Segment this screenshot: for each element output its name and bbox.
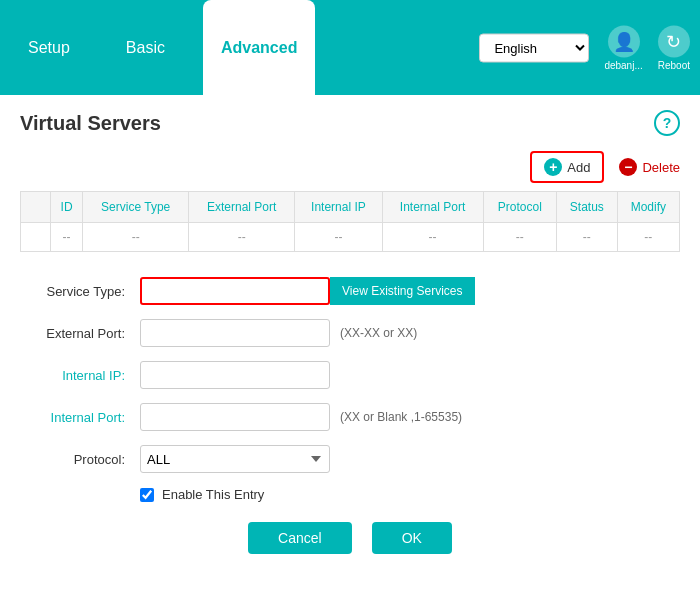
help-icon[interactable]: ? [654, 110, 680, 136]
form-buttons: Cancel OK [20, 522, 680, 554]
external-port-hint: (XX-XX or XX) [340, 326, 417, 340]
row-external-port: -- [189, 223, 295, 252]
row-id: -- [51, 223, 83, 252]
service-type-label: Service Type: [20, 284, 140, 299]
internal-port-label: Internal Port: [20, 410, 140, 425]
row-internal-ip: -- [295, 223, 382, 252]
protocol-label: Protocol: [20, 452, 140, 467]
minus-icon: − [619, 158, 637, 176]
enable-entry-row: Enable This Entry [140, 487, 680, 502]
col-service-type: Service Type [83, 192, 189, 223]
internal-port-row: Internal Port: (XX or Blank ,1-65535) [20, 403, 680, 431]
add-button[interactable]: + Add [530, 151, 604, 183]
external-port-label: External Port: [20, 326, 140, 341]
ok-button[interactable]: OK [372, 522, 452, 554]
row-service-type: -- [83, 223, 189, 252]
col-internal-port: Internal Port [382, 192, 483, 223]
view-existing-services-button[interactable]: View Existing Services [330, 277, 475, 305]
main-content: Virtual Servers ? + Add − Delete ID Serv… [0, 95, 700, 600]
enable-entry-checkbox[interactable] [140, 488, 154, 502]
internal-ip-row: Internal IP: [20, 361, 680, 389]
page-header: Virtual Servers ? [20, 110, 680, 136]
header-right: English Chinese French 👤 debanj... ↻ Reb… [479, 25, 690, 70]
internal-port-hint: (XX or Blank ,1-65535) [340, 410, 462, 424]
col-modify: Modify [617, 192, 679, 223]
form-section: Service Type: View Existing Services Ext… [20, 272, 680, 559]
col-checkbox [21, 192, 51, 223]
nav-tabs: Setup Basic Advanced [10, 0, 315, 95]
user-avatar-icon: 👤 [608, 25, 640, 57]
row-modify: -- [617, 223, 679, 252]
protocol-select[interactable]: ALL TCP UDP TCP/UDP [140, 445, 330, 473]
header: Setup Basic Advanced English Chinese Fre… [0, 0, 700, 95]
toolbar: + Add − Delete [20, 151, 680, 183]
page-title: Virtual Servers [20, 112, 161, 135]
row-checkbox-cell [21, 223, 51, 252]
col-status: Status [557, 192, 618, 223]
table-header-row: ID Service Type External Port Internal I… [21, 192, 680, 223]
user-icon-group[interactable]: 👤 debanj... [604, 25, 642, 70]
reboot-icon-group[interactable]: ↻ Reboot [658, 25, 690, 70]
table-row: -- -- -- -- -- -- -- -- [21, 223, 680, 252]
cancel-button[interactable]: Cancel [248, 522, 352, 554]
tab-setup[interactable]: Setup [10, 0, 88, 95]
service-type-row: Service Type: View Existing Services [20, 277, 680, 305]
col-external-port: External Port [189, 192, 295, 223]
language-select[interactable]: English Chinese French [479, 33, 589, 62]
plus-icon: + [544, 158, 562, 176]
protocol-select-wrapper: ALL TCP UDP TCP/UDP [140, 445, 330, 473]
reboot-icon: ↻ [658, 25, 690, 57]
col-internal-ip: Internal IP [295, 192, 382, 223]
internal-ip-input[interactable] [140, 361, 330, 389]
tab-basic[interactable]: Basic [108, 0, 183, 95]
row-internal-port: -- [382, 223, 483, 252]
tab-advanced[interactable]: Advanced [203, 0, 315, 95]
protocol-row: Protocol: ALL TCP UDP TCP/UDP [20, 445, 680, 473]
external-port-input[interactable] [140, 319, 330, 347]
service-type-input[interactable] [140, 277, 330, 305]
row-status: -- [557, 223, 618, 252]
internal-port-input[interactable] [140, 403, 330, 431]
external-port-row: External Port: (XX-XX or XX) [20, 319, 680, 347]
row-protocol: -- [483, 223, 557, 252]
virtual-servers-table: ID Service Type External Port Internal I… [20, 191, 680, 252]
enable-entry-label: Enable This Entry [162, 487, 264, 502]
col-protocol: Protocol [483, 192, 557, 223]
internal-ip-label: Internal IP: [20, 368, 140, 383]
col-id: ID [51, 192, 83, 223]
delete-button[interactable]: − Delete [619, 158, 680, 176]
